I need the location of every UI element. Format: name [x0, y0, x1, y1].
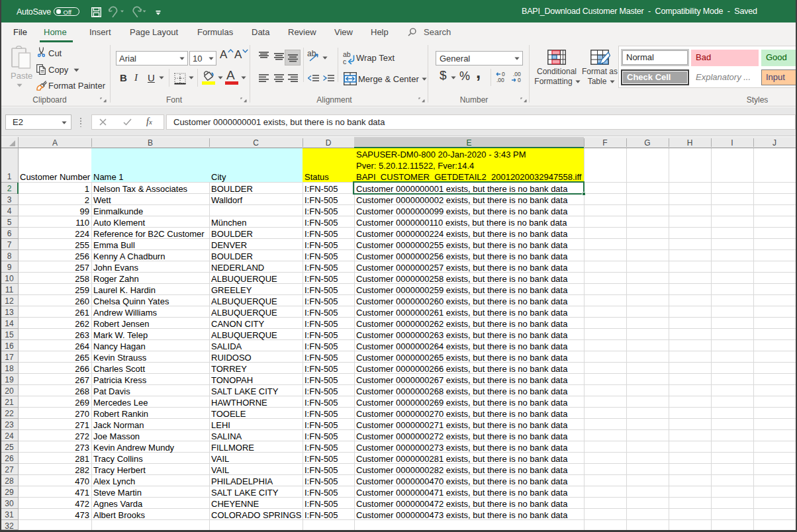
- svg-text:c: c: [343, 58, 346, 65]
- svg-text:0: 0: [518, 77, 521, 83]
- svg-text:.00: .00: [496, 77, 504, 83]
